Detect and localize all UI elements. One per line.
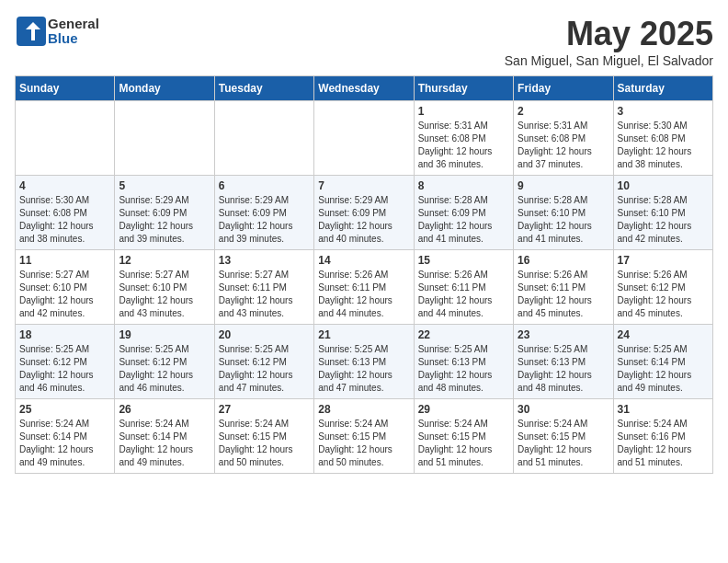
- day-info: Sunrise: 5:24 AM Sunset: 6:15 PM Dayligh…: [318, 418, 409, 469]
- calendar-week-4: 18Sunrise: 5:25 AM Sunset: 6:12 PM Dayli…: [16, 325, 713, 399]
- calendar-cell: 28Sunrise: 5:24 AM Sunset: 6:15 PM Dayli…: [314, 399, 414, 474]
- day-info: Sunrise: 5:25 AM Sunset: 6:13 PM Dayligh…: [318, 343, 409, 395]
- calendar-cell: 31Sunrise: 5:24 AM Sunset: 6:16 PM Dayli…: [613, 399, 712, 474]
- calendar-cell: 13Sunrise: 5:27 AM Sunset: 6:11 PM Dayli…: [214, 250, 313, 325]
- day-number: 2: [518, 105, 609, 118]
- day-number: 5: [119, 179, 210, 192]
- calendar-cell: 1Sunrise: 5:31 AM Sunset: 6:08 PM Daylig…: [414, 101, 513, 176]
- calendar-cell: 12Sunrise: 5:27 AM Sunset: 6:10 PM Dayli…: [115, 250, 214, 325]
- day-number: 22: [418, 328, 509, 341]
- day-number: 1: [418, 105, 509, 118]
- logo-general: General: [48, 17, 99, 32]
- title-block: May 2025 San Miguel, San Miguel, El Salv…: [505, 15, 713, 68]
- day-info: Sunrise: 5:28 AM Sunset: 6:10 PM Dayligh…: [518, 194, 609, 246]
- month-title: May 2025: [505, 15, 713, 53]
- day-number: 21: [318, 328, 409, 341]
- day-number: 10: [618, 179, 709, 192]
- day-info: Sunrise: 5:24 AM Sunset: 6:15 PM Dayligh…: [518, 418, 609, 469]
- day-number: 29: [418, 403, 509, 416]
- calendar-week-2: 4Sunrise: 5:30 AM Sunset: 6:08 PM Daylig…: [16, 176, 713, 250]
- day-info: Sunrise: 5:29 AM Sunset: 6:09 PM Dayligh…: [119, 194, 210, 246]
- calendar-cell: [16, 101, 115, 176]
- calendar-cell: 15Sunrise: 5:26 AM Sunset: 6:11 PM Dayli…: [414, 250, 513, 325]
- day-number: 16: [518, 254, 609, 267]
- weekday-header-monday: Monday: [115, 76, 214, 101]
- day-number: 6: [219, 179, 310, 192]
- calendar-cell: 20Sunrise: 5:25 AM Sunset: 6:12 PM Dayli…: [214, 325, 313, 399]
- day-info: Sunrise: 5:24 AM Sunset: 6:14 PM Dayligh…: [19, 418, 110, 469]
- calendar-cell: 14Sunrise: 5:26 AM Sunset: 6:11 PM Dayli…: [314, 250, 414, 325]
- day-number: 18: [19, 328, 110, 341]
- calendar-cell: 4Sunrise: 5:30 AM Sunset: 6:08 PM Daylig…: [16, 176, 115, 250]
- calendar-cell: 22Sunrise: 5:25 AM Sunset: 6:13 PM Dayli…: [414, 325, 513, 399]
- calendar-cell: 29Sunrise: 5:24 AM Sunset: 6:15 PM Dayli…: [414, 399, 513, 474]
- calendar-cell: [314, 101, 414, 176]
- calendar-cell: [214, 101, 313, 176]
- logo: General Blue: [15, 15, 99, 48]
- day-number: 12: [119, 254, 210, 267]
- day-number: 26: [119, 403, 210, 416]
- day-number: 11: [19, 254, 110, 267]
- day-info: Sunrise: 5:24 AM Sunset: 6:15 PM Dayligh…: [418, 418, 509, 469]
- calendar-cell: 30Sunrise: 5:24 AM Sunset: 6:15 PM Dayli…: [514, 399, 613, 474]
- day-info: Sunrise: 5:31 AM Sunset: 6:08 PM Dayligh…: [518, 120, 609, 171]
- weekday-header-row: SundayMondayTuesdayWednesdayThursdayFrid…: [16, 76, 713, 101]
- day-number: 25: [19, 403, 110, 416]
- calendar-cell: 17Sunrise: 5:26 AM Sunset: 6:12 PM Dayli…: [613, 250, 712, 325]
- day-number: 8: [418, 179, 509, 192]
- day-info: Sunrise: 5:25 AM Sunset: 6:12 PM Dayligh…: [119, 343, 210, 395]
- day-info: Sunrise: 5:30 AM Sunset: 6:08 PM Dayligh…: [19, 194, 110, 246]
- calendar-cell: 10Sunrise: 5:28 AM Sunset: 6:10 PM Dayli…: [613, 176, 712, 250]
- logo-text: General Blue: [48, 17, 99, 47]
- day-number: 9: [518, 179, 609, 192]
- day-number: 15: [418, 254, 509, 267]
- calendar-cell: 5Sunrise: 5:29 AM Sunset: 6:09 PM Daylig…: [115, 176, 214, 250]
- day-number: 30: [518, 403, 609, 416]
- weekday-header-saturday: Saturday: [613, 76, 712, 101]
- calendar-cell: 11Sunrise: 5:27 AM Sunset: 6:10 PM Dayli…: [16, 250, 115, 325]
- location-title: San Miguel, San Miguel, El Salvador: [505, 53, 713, 68]
- calendar-week-1: 1Sunrise: 5:31 AM Sunset: 6:08 PM Daylig…: [16, 101, 713, 176]
- calendar-week-3: 11Sunrise: 5:27 AM Sunset: 6:10 PM Dayli…: [16, 250, 713, 325]
- calendar-table: SundayMondayTuesdayWednesdayThursdayFrid…: [15, 75, 713, 474]
- day-number: 3: [618, 105, 709, 118]
- calendar-cell: 23Sunrise: 5:25 AM Sunset: 6:13 PM Dayli…: [514, 325, 613, 399]
- day-info: Sunrise: 5:28 AM Sunset: 6:09 PM Dayligh…: [418, 194, 509, 246]
- calendar-cell: 27Sunrise: 5:24 AM Sunset: 6:15 PM Dayli…: [214, 399, 313, 474]
- day-info: Sunrise: 5:25 AM Sunset: 6:12 PM Dayligh…: [19, 343, 110, 395]
- day-number: 13: [219, 254, 310, 267]
- calendar-cell: 8Sunrise: 5:28 AM Sunset: 6:09 PM Daylig…: [414, 176, 513, 250]
- calendar-cell: 24Sunrise: 5:25 AM Sunset: 6:14 PM Dayli…: [613, 325, 712, 399]
- weekday-header-sunday: Sunday: [16, 76, 115, 101]
- calendar-cell: 21Sunrise: 5:25 AM Sunset: 6:13 PM Dayli…: [314, 325, 414, 399]
- page-header: General Blue May 2025 San Miguel, San Mi…: [15, 15, 713, 68]
- day-info: Sunrise: 5:29 AM Sunset: 6:09 PM Dayligh…: [318, 194, 409, 246]
- day-info: Sunrise: 5:29 AM Sunset: 6:09 PM Dayligh…: [219, 194, 310, 246]
- day-info: Sunrise: 5:26 AM Sunset: 6:12 PM Dayligh…: [618, 269, 709, 320]
- calendar-cell: 9Sunrise: 5:28 AM Sunset: 6:10 PM Daylig…: [514, 176, 613, 250]
- day-info: Sunrise: 5:25 AM Sunset: 6:12 PM Dayligh…: [219, 343, 310, 395]
- day-number: 4: [19, 179, 110, 192]
- day-info: Sunrise: 5:26 AM Sunset: 6:11 PM Dayligh…: [318, 269, 409, 320]
- day-info: Sunrise: 5:31 AM Sunset: 6:08 PM Dayligh…: [418, 120, 509, 171]
- calendar-cell: 6Sunrise: 5:29 AM Sunset: 6:09 PM Daylig…: [214, 176, 313, 250]
- calendar-cell: 25Sunrise: 5:24 AM Sunset: 6:14 PM Dayli…: [16, 399, 115, 474]
- day-info: Sunrise: 5:26 AM Sunset: 6:11 PM Dayligh…: [418, 269, 509, 320]
- day-info: Sunrise: 5:24 AM Sunset: 6:14 PM Dayligh…: [119, 418, 210, 469]
- day-number: 14: [318, 254, 409, 267]
- day-number: 31: [618, 403, 709, 416]
- calendar-week-5: 25Sunrise: 5:24 AM Sunset: 6:14 PM Dayli…: [16, 399, 713, 474]
- day-number: 28: [318, 403, 409, 416]
- day-info: Sunrise: 5:25 AM Sunset: 6:13 PM Dayligh…: [518, 343, 609, 395]
- day-info: Sunrise: 5:24 AM Sunset: 6:16 PM Dayligh…: [618, 418, 709, 469]
- day-info: Sunrise: 5:25 AM Sunset: 6:14 PM Dayligh…: [618, 343, 709, 395]
- day-info: Sunrise: 5:28 AM Sunset: 6:10 PM Dayligh…: [618, 194, 709, 246]
- calendar-cell: [115, 101, 214, 176]
- logo-blue: Blue: [48, 31, 99, 47]
- day-number: 17: [618, 254, 709, 267]
- day-number: 20: [219, 328, 310, 341]
- logo-icon: [15, 15, 48, 48]
- calendar-cell: 26Sunrise: 5:24 AM Sunset: 6:14 PM Dayli…: [115, 399, 214, 474]
- day-number: 23: [518, 328, 609, 341]
- calendar-cell: 7Sunrise: 5:29 AM Sunset: 6:09 PM Daylig…: [314, 176, 414, 250]
